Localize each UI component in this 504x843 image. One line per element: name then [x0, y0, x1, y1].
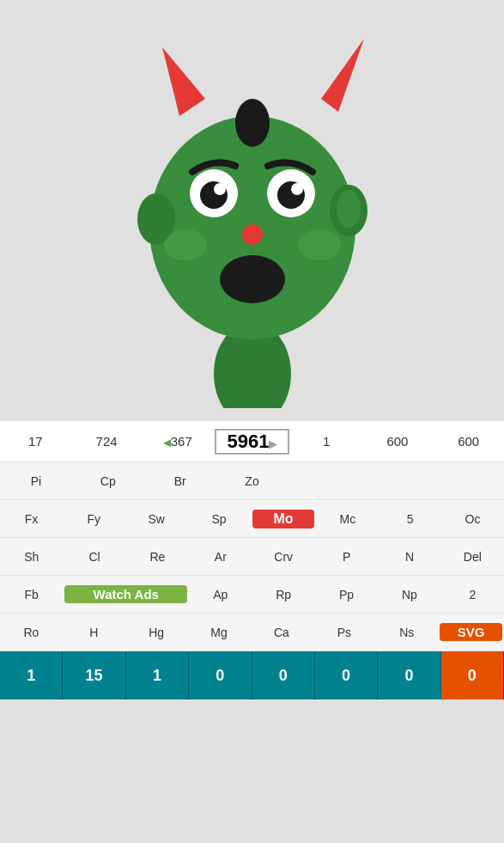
svg-point-12 [291, 183, 303, 195]
label-2[interactable]: 2 [441, 586, 504, 603]
label-pp[interactable]: Pp [315, 586, 378, 603]
label-empty-2 [360, 480, 432, 483]
label-sp[interactable]: Sp [188, 510, 251, 528]
label-mc[interactable]: Mc [316, 510, 379, 528]
label-ro[interactable]: Ro [0, 624, 63, 641]
label-ns[interactable]: Ns [375, 624, 438, 641]
label-empty-3 [432, 480, 504, 483]
label-ca[interactable]: Ca [251, 624, 313, 641]
label-ar[interactable]: Ar [189, 548, 252, 565]
score-3: 0 [189, 651, 252, 699]
label-svg[interactable]: SVG [440, 623, 502, 641]
label-br[interactable]: Br [144, 473, 216, 490]
num-cell-2: 367 [142, 434, 213, 449]
svg-point-14 [220, 255, 285, 303]
label-ap[interactable]: Ap [189, 586, 252, 603]
score-5: 0 [315, 651, 378, 699]
score-4: 0 [252, 651, 315, 699]
label-del[interactable]: Del [441, 548, 504, 565]
label-sh[interactable]: Sh [0, 548, 63, 565]
character-area [0, 0, 504, 421]
score-1: 15 [63, 651, 125, 699]
label-row-4: Fb Watch Ads Ap Rp Pp Np 2 [0, 576, 504, 614]
num-cell-0: 17 [0, 434, 71, 449]
label-n[interactable]: N [378, 548, 440, 565]
label-h[interactable]: H [63, 624, 125, 641]
score-2: 1 [126, 651, 189, 699]
num-cell-1: 724 [71, 434, 143, 449]
label-fb[interactable]: Fb [0, 586, 63, 603]
label-5[interactable]: 5 [379, 510, 441, 528]
label-p[interactable]: P [315, 548, 378, 565]
label-pi[interactable]: Pi [0, 473, 72, 490]
label-oc[interactable]: Oc [441, 510, 504, 528]
label-row-2: Fx Fy Sw Sp Mo Mc 5 Oc [0, 500, 504, 538]
label-rp[interactable]: Rp [252, 586, 315, 603]
label-fy[interactable]: Fy [63, 510, 125, 528]
score-row: 1 15 1 0 0 0 0 0 [0, 651, 504, 699]
label-re[interactable]: Re [126, 548, 189, 565]
label-hg[interactable]: Hg [125, 624, 188, 641]
label-row-1: Pi Cp Br Zo [0, 462, 504, 500]
label-cl[interactable]: Cl [63, 548, 125, 565]
svg-marker-4 [162, 47, 205, 116]
label-cp[interactable]: Cp [72, 473, 144, 490]
num-cell-4: 1 [291, 434, 362, 449]
label-row-3: Sh Cl Re Ar Crv P N Del [0, 538, 504, 576]
label-mo[interactable]: Mo [252, 510, 315, 528]
svg-point-13 [242, 224, 263, 245]
svg-point-11 [214, 183, 226, 195]
num-cell-5: 600 [362, 434, 434, 449]
score-6: 0 [378, 651, 440, 699]
label-zo[interactable]: Zo [216, 473, 288, 490]
label-crv[interactable]: Crv [252, 548, 315, 565]
score-0: 1 [0, 651, 63, 699]
label-row-5: Ro H Hg Mg Ca Ps Ns SVG [0, 614, 504, 651]
label-sw[interactable]: Sw [125, 510, 188, 528]
svg-point-16 [298, 229, 341, 260]
svg-point-6 [235, 99, 270, 147]
label-empty-1 [288, 480, 360, 483]
num-cell-3: 5961 [215, 429, 289, 455]
score-7: 0 [441, 651, 504, 699]
label-np[interactable]: Np [378, 586, 440, 603]
watch-ads-button[interactable]: Watch Ads [64, 585, 187, 603]
label-mg[interactable]: Mg [188, 624, 251, 641]
label-fx[interactable]: Fx [0, 510, 63, 528]
label-ps[interactable]: Ps [313, 624, 375, 641]
svg-marker-5 [321, 39, 364, 112]
devil-character [115, 13, 390, 408]
numbers-row: 17 724 367 5961 1 600 600 [0, 421, 504, 462]
num-cell-6: 600 [433, 434, 504, 449]
svg-point-17 [337, 190, 361, 228]
svg-point-15 [164, 229, 207, 260]
